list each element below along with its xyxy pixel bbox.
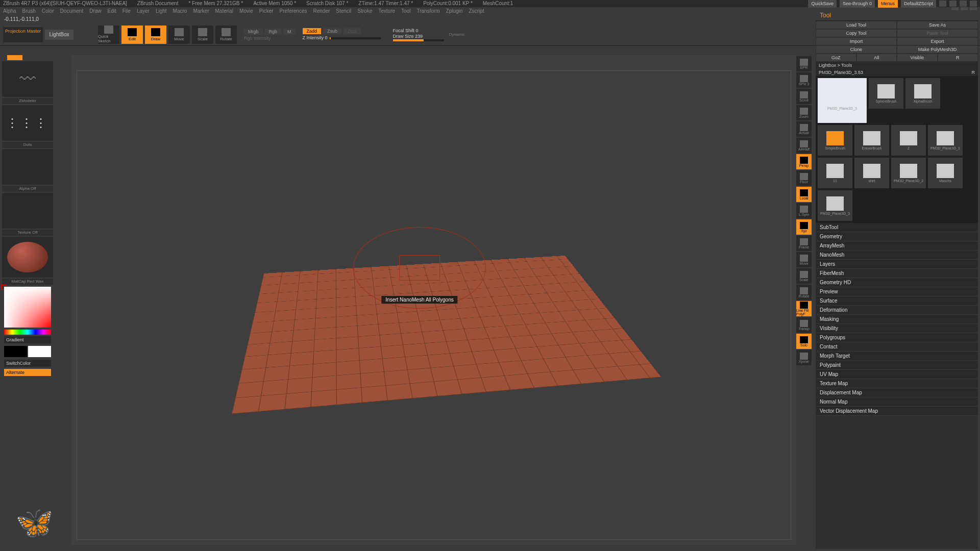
view-scroll-button[interactable]: Scroll — [796, 89, 812, 104]
menu-color[interactable]: Color — [42, 7, 54, 15]
menu-document[interactable]: Document — [60, 7, 84, 15]
visible-button[interactable]: Visible — [897, 54, 937, 61]
quicksave-button[interactable]: QuickSave — [808, 0, 837, 8]
menu-movie[interactable]: Movie — [239, 7, 253, 15]
z-intensity-slider[interactable] — [330, 37, 381, 39]
import-button[interactable]: Import — [816, 38, 896, 45]
menu-tool[interactable]: Tool — [401, 7, 410, 15]
view-local-button[interactable]: Local — [796, 187, 812, 202]
m-button[interactable]: M — [283, 29, 296, 35]
brush-preview[interactable]: 〰 — [2, 61, 53, 97]
paste-tool-button[interactable]: Paste Tool — [897, 30, 977, 37]
accordion-surface[interactable]: Surface — [816, 296, 978, 306]
all-button[interactable]: All — [857, 54, 897, 61]
window-close-icon[interactable] — [970, 1, 977, 7]
dynamic-label[interactable]: Dynamic — [449, 32, 465, 37]
material-preview[interactable] — [2, 237, 53, 278]
accordion-fibermesh[interactable]: FiberMesh — [816, 269, 978, 278]
secondary-color-swatch[interactable] — [4, 346, 27, 357]
default-script-button[interactable]: DefaultZScript — [901, 0, 936, 8]
menu-alpha[interactable]: Alpha — [3, 7, 16, 15]
lightbox-button[interactable]: LightBox — [45, 30, 74, 40]
window-help-icon[interactable] — [939, 1, 946, 7]
menu-stroke[interactable]: Stroke — [357, 7, 372, 15]
view-l.sym-button[interactable]: L.Sym — [796, 203, 812, 218]
hue-slider[interactable] — [4, 330, 51, 335]
alpha-preview[interactable] — [2, 149, 53, 185]
menu-brush[interactable]: Brush — [22, 7, 36, 15]
zsub-button[interactable]: Zsub — [323, 28, 341, 34]
make-polymesh3d-button[interactable]: Make PolyMesh3D — [897, 46, 977, 53]
tool-thumb-shirt[interactable]: shirt — [854, 158, 889, 188]
tool-thumb-pm3d-plane3d-2[interactable]: PM3D_Plane3D_2 — [891, 158, 926, 188]
accordion-vector-displacement-map[interactable]: Vector Displacement Map — [816, 407, 978, 416]
accordion-polygroups[interactable]: Polygroups — [816, 333, 978, 342]
menu-edit[interactable]: Edit — [108, 7, 116, 15]
menu-draw[interactable]: Draw — [89, 7, 101, 15]
view-aahalf-button[interactable]: AAHalf — [796, 138, 812, 153]
window-min-icon[interactable] — [949, 1, 957, 7]
view-spix-3-button[interactable]: SPix 3 — [796, 72, 812, 88]
tool-thumb-simplebrush[interactable]: SimpleBrush — [818, 125, 852, 156]
view-move-button[interactable]: Move — [796, 252, 812, 267]
alternate-button[interactable]: Alternate — [4, 369, 51, 376]
tool-r-button[interactable]: R — [972, 70, 975, 75]
save-as-button[interactable]: Save As — [897, 21, 977, 29]
view-zoom-button[interactable]: Zoom — [796, 105, 812, 120]
accordion-morph-target[interactable]: Morph Target — [816, 352, 978, 361]
zcut-button[interactable]: Zcut — [344, 28, 361, 34]
menu-picker[interactable]: Picker — [259, 7, 274, 15]
view-persp-button[interactable]: Persp — [796, 154, 812, 169]
zadd-button[interactable]: Zadd — [303, 28, 322, 34]
tool-thumb-2[interactable]: 2 — [891, 125, 926, 156]
gradient-button[interactable]: Gradient — [4, 336, 51, 343]
menu-zscript[interactable]: Zscript — [469, 7, 484, 15]
tool-thumb-maschs[interactable]: Maschs — [928, 158, 963, 188]
menu-transform[interactable]: Transform — [416, 7, 439, 15]
menu-preferences[interactable]: Preferences — [280, 7, 307, 15]
accordion-preview[interactable]: Preview — [816, 287, 978, 296]
menu-macro[interactable]: Macro — [173, 7, 187, 15]
see-through-slider[interactable]: See-through 0 — [840, 0, 875, 8]
lightbox-tools-label[interactable]: Lightbox > Tools — [816, 62, 978, 69]
load-tool-button[interactable]: Load Tool — [816, 21, 896, 29]
view-transp-button[interactable]: Transp — [796, 317, 812, 333]
view-frame-button[interactable]: Frame — [796, 236, 812, 251]
tool-thumb-alphabrush[interactable]: AlphaBrush — [905, 78, 940, 109]
view-xpose-button[interactable]: Xpose — [796, 350, 812, 365]
view-rotate-button[interactable]: Rotate — [796, 285, 812, 300]
copy-tool-button[interactable]: Copy Tool — [816, 30, 896, 37]
rgb-button[interactable]: Rgb — [265, 29, 282, 35]
rotate-button[interactable]: Rotate — [215, 26, 237, 44]
menu-file[interactable]: File — [122, 7, 131, 15]
projection-master-button[interactable]: Projection Master — [3, 27, 43, 42]
viewport[interactable]: Insert NanoMesh All Polygons — [77, 70, 791, 540]
move-button[interactable]: Move — [168, 26, 190, 44]
tool-thumb-eraserbrush[interactable]: EraserBrush — [854, 125, 889, 156]
draw-size-slider[interactable] — [393, 39, 444, 41]
menu-stencil[interactable]: Stencil — [336, 7, 351, 15]
accordion-visibility[interactable]: Visibility — [816, 324, 978, 333]
accordion-nanomesh[interactable]: NanoMesh — [816, 251, 978, 260]
menus-button[interactable]: Menus — [878, 0, 898, 8]
clone-button[interactable]: Clone — [816, 46, 896, 53]
tool-thumb-spherebrush[interactable]: SphereBrush — [869, 78, 903, 109]
menu-layer[interactable]: Layer — [137, 7, 150, 15]
view-bpr-button[interactable]: BPR — [796, 56, 812, 71]
accordion-displacement-map[interactable]: Displacement Map — [816, 388, 978, 397]
accordion-subtool[interactable]: SubTool — [816, 223, 978, 232]
current-tool-name[interactable]: PM3D_Plane3D_3.53 — [819, 70, 863, 75]
menu-material[interactable]: Material — [215, 7, 234, 15]
view-solo-button[interactable]: Solo — [796, 334, 812, 349]
primary-color-swatch[interactable] — [28, 346, 51, 357]
scale-button[interactable]: Scale — [192, 26, 213, 44]
switch-color-button[interactable]: SwitchColor — [4, 360, 51, 367]
accordion-geometry-hd[interactable]: Geometry HD — [816, 278, 978, 287]
mrgb-button[interactable]: Mrgb — [244, 29, 263, 35]
z-intensity-label[interactable]: Z Intensity 0 — [303, 35, 328, 40]
menu-texture[interactable]: Texture — [378, 7, 395, 15]
view-line-fill-polyf-button[interactable]: Line Fill PolyF — [796, 301, 812, 316]
texture-preview[interactable] — [2, 193, 53, 229]
view-actual-button[interactable]: Actual — [796, 121, 812, 137]
accordion-masking[interactable]: Masking — [816, 315, 978, 324]
